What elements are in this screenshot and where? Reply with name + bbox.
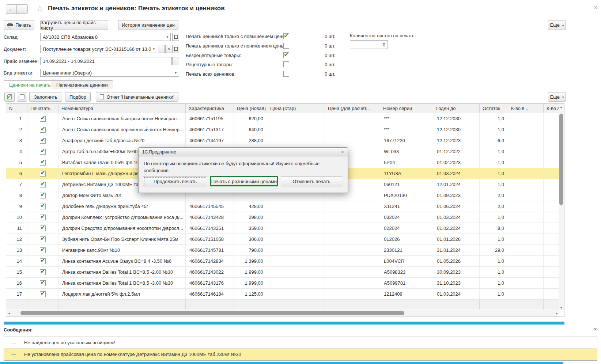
table-row[interactable]: 1✔Авент Соска силиконовая быстрый поток …: [6, 113, 564, 124]
fill-button[interactable]: Заполнить: [29, 92, 62, 102]
filter-checkbox[interactable]: ✔: [283, 52, 289, 58]
row-number: 8: [6, 190, 27, 201]
message-item[interactable]: —Не установлена прайсовая цена по номенк…: [4, 349, 597, 360]
filter-count: 0 шт.: [325, 71, 335, 77]
pick-button[interactable]: Подбор: [65, 92, 91, 102]
more-button-top[interactable]: Еще▾: [548, 20, 566, 30]
row-print-checkbox[interactable]: ✔: [40, 116, 46, 122]
table-row[interactable]: 9✔Долобене гель д/наружн.прим.туба 45г46…: [6, 201, 564, 212]
tab-price-tags-to-print[interactable]: Ценники на печать: [4, 80, 56, 89]
dialog-titlebar[interactable]: 1С:Предприятие ×: [139, 148, 348, 156]
horizontal-scrollbar[interactable]: ◂ ▸: [7, 310, 559, 316]
document-clear-button[interactable]: ×: [165, 45, 172, 53]
table-row[interactable]: 17✔Лоцерил лак д/ногтей 5% фл.2,5мл46066…: [6, 289, 564, 300]
print-button[interactable]: Печать: [4, 20, 34, 30]
vertical-scrollbar[interactable]: ▴ ▾: [559, 104, 564, 310]
back-button[interactable]: ←: [6, 4, 17, 14]
row-print-checkbox[interactable]: ✔: [40, 127, 46, 133]
column-header[interactable]: Характеристика: [186, 104, 234, 113]
favorite-star-icon[interactable]: ☆: [36, 4, 44, 14]
row-cell: ✔: [27, 234, 58, 245]
document-field[interactable]: Поступление товаров услуг ЭС-01315166 от…: [40, 45, 157, 53]
row-characteristic: 4606617143251: [186, 223, 234, 234]
more-button-table[interactable]: Еще▾: [548, 92, 566, 102]
load-prices-button[interactable]: Загрузить цены по прайс-листу: [40, 20, 108, 30]
continue-print-button[interactable]: Продолжить печать: [143, 176, 207, 186]
column-header[interactable]: К-во в ...: [508, 104, 544, 113]
column-header[interactable]: Цена (новая): [234, 104, 267, 113]
row-print-checkbox[interactable]: ✔: [40, 182, 46, 187]
scroll-down-icon[interactable]: ▾: [559, 306, 564, 310]
print-retail-prices-button[interactable]: Печать с розничными ценами: [210, 176, 278, 186]
row-print-checkbox[interactable]: ✔: [40, 204, 46, 209]
row-print-checkbox[interactable]: ✔: [40, 291, 46, 297]
scroll-up-icon[interactable]: ▴: [559, 105, 564, 109]
document-dropdown-icon[interactable]: ▾: [151, 47, 155, 51]
table-row[interactable]: 10✔Долфин Комплекс: устройство д/промыва…: [6, 212, 564, 223]
vertical-scroll-thumb[interactable]: [559, 114, 563, 205]
dialog-title-text: 1С:Предприятие: [142, 149, 176, 155]
price-changed-field[interactable]: 14.09.2021 - 14.09.2021: [40, 57, 172, 65]
table-row[interactable]: 3✔Анаферон детский таб.д/рассас.№2046066…: [6, 135, 564, 146]
price-changed-ellipsis-button[interactable]: ...: [172, 57, 179, 65]
history-button[interactable]: История изменения цен: [118, 20, 178, 30]
row-print-checkbox[interactable]: ✔: [40, 171, 46, 177]
filter-checkbox[interactable]: ✔: [283, 33, 289, 39]
message-item[interactable]: —Не найдено цен по указанным позициям!: [4, 337, 597, 349]
row-print-checkbox[interactable]: ✔: [40, 149, 46, 155]
uncheck-all-button[interactable]: [17, 92, 27, 102]
sklad-dropdown-icon[interactable]: ▾: [165, 35, 168, 39]
row-print-checkbox[interactable]: ✔: [40, 215, 46, 220]
check-all-button[interactable]: ✔: [4, 92, 15, 102]
window-close-icon[interactable]: ×: [594, 4, 597, 11]
column-header[interactable]: Остаток: [480, 104, 508, 113]
dialog-close-icon[interactable]: ×: [341, 149, 344, 155]
row-print-checkbox[interactable]: ✔: [40, 258, 46, 264]
row-print-checkbox[interactable]: ✔: [40, 225, 46, 231]
table-row[interactable]: 16✔Линза контактная Dailies Total 1 BC=8…: [6, 278, 564, 289]
column-header[interactable]: К-во эти: [544, 104, 559, 113]
cancel-print-button[interactable]: Отменить печать: [281, 176, 342, 186]
document-open-button[interactable]: [172, 45, 179, 53]
row-qty-labels: [544, 190, 559, 201]
sklad-open-button[interactable]: [172, 33, 179, 41]
messages-splitter[interactable]: [4, 322, 564, 325]
column-header[interactable]: Номер серии: [380, 104, 433, 113]
messages-close-icon[interactable]: ×: [594, 326, 597, 332]
row-print-checkbox[interactable]: ✔: [40, 280, 46, 286]
row-print-checkbox[interactable]: ✔: [40, 236, 46, 242]
tab-printed-price-tags[interactable]: Напечатанные ценники: [51, 80, 113, 89]
table-row[interactable]: 15✔Линза контактная Dailies Total 1 BC=8…: [6, 267, 564, 278]
forward-button[interactable]: →: [17, 4, 28, 14]
table-row[interactable]: 14✔Линза контактная Acuvue Oasys BC=8,4 …: [6, 256, 564, 267]
filter-checkbox[interactable]: [283, 61, 289, 67]
sheets-count-input[interactable]: 0: [350, 40, 388, 49]
row-print-checkbox[interactable]: ✔: [40, 160, 46, 166]
filter-checkbox[interactable]: [283, 71, 289, 77]
column-header[interactable]: Номенклатура: [58, 104, 186, 113]
label-kind-dropdown-icon[interactable]: ▾: [173, 71, 177, 75]
document-ellipsis-button[interactable]: ...: [158, 45, 165, 53]
page-title: Печать этикеток и ценников: Печать этике…: [48, 5, 225, 12]
column-header[interactable]: N: [6, 104, 27, 113]
filter-checkbox[interactable]: [283, 43, 289, 49]
table-row[interactable]: 12✔Зубная нить Орал-Би Про Эксперт Клини…: [6, 234, 564, 245]
row-print-checkbox[interactable]: ✔: [40, 138, 46, 144]
sklad-field[interactable]: АУ1032 СПб Абрамова 8 ▾: [40, 33, 171, 41]
report-button[interactable]: Отчет 'Напечатанные ценники': [96, 92, 178, 102]
row-print-checkbox[interactable]: ✔: [40, 269, 46, 275]
label-kind-field[interactable]: Ценник мини (Озерки) ▾: [40, 69, 179, 77]
column-header[interactable]: Цена (стар): [267, 104, 325, 113]
row-print-checkbox[interactable]: ✔: [40, 193, 46, 198]
row-print-checkbox[interactable]: ✔: [40, 247, 46, 253]
table-row[interactable]: 2✔Авент Соска силиконовая переменный пот…: [6, 124, 564, 135]
scroll-right-icon[interactable]: ▸: [554, 311, 559, 315]
horizontal-scroll-thumb[interactable]: [20, 311, 404, 315]
scroll-left-icon[interactable]: ◂: [7, 311, 12, 315]
table-row[interactable]: 13✔Ингавирин капс.90мг №1046066171457817…: [6, 245, 564, 256]
table-row[interactable]: 11✔Долфин Средство д/промывания носоглот…: [6, 223, 564, 234]
column-header[interactable]: Печатать: [27, 104, 58, 113]
column-header[interactable]: Годен до: [433, 104, 480, 113]
column-header[interactable]: Цена (для расчет...: [325, 104, 380, 113]
row-number: 13: [6, 245, 27, 256]
